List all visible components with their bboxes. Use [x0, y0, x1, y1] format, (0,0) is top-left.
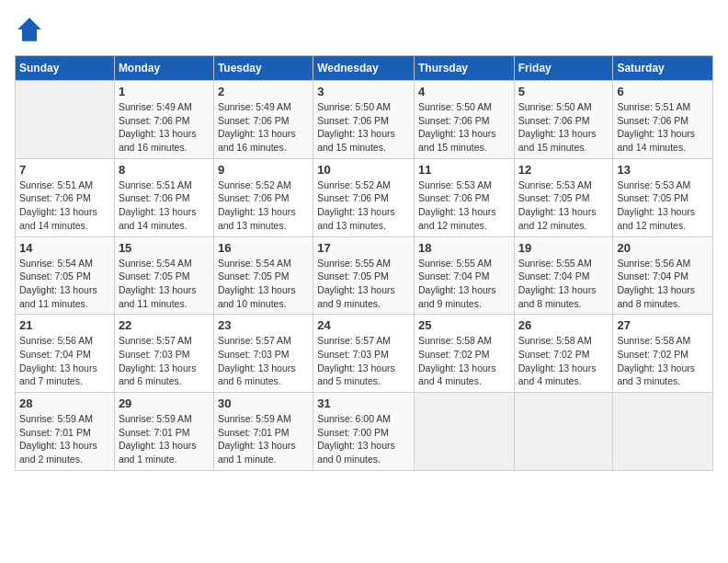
calendar-body: 1Sunrise: 5:49 AMSunset: 7:06 PMDaylight… — [16, 81, 713, 471]
day-number: 23 — [218, 318, 309, 332]
day-number: 15 — [119, 241, 210, 255]
day-number: 19 — [518, 241, 609, 255]
cell-info: Sunrise: 5:50 AMSunset: 7:06 PMDaylight:… — [317, 100, 410, 155]
cell-info: Sunrise: 6:00 AMSunset: 7:00 PMDaylight:… — [317, 412, 410, 466]
calendar-cell: 6Sunrise: 5:51 AMSunset: 7:06 PMDaylight… — [613, 81, 713, 159]
calendar-cell: 15Sunrise: 5:54 AMSunset: 7:05 PMDayligh… — [114, 236, 213, 315]
day-number: 21 — [19, 318, 110, 332]
cell-info: Sunrise: 5:51 AMSunset: 7:06 PMDaylight:… — [119, 178, 210, 233]
calendar-cell: 21Sunrise: 5:56 AMSunset: 7:04 PMDayligh… — [16, 315, 115, 393]
calendar-table: SundayMondayTuesdayWednesdayThursdayFrid… — [15, 55, 713, 471]
cell-info: Sunrise: 5:53 AMSunset: 7:05 PMDaylight:… — [518, 178, 609, 233]
day-number: 12 — [518, 163, 609, 177]
day-number: 29 — [119, 396, 210, 410]
column-header-thursday: Thursday — [414, 56, 514, 81]
calendar-cell: 26Sunrise: 5:58 AMSunset: 7:02 PMDayligh… — [514, 315, 613, 393]
calendar-header: SundayMondayTuesdayWednesdayThursdayFrid… — [16, 56, 713, 81]
day-number: 27 — [617, 318, 709, 332]
cell-info: Sunrise: 5:56 AMSunset: 7:04 PMDaylight:… — [617, 257, 709, 311]
calendar-cell: 9Sunrise: 5:52 AMSunset: 7:06 PMDaylight… — [213, 158, 313, 236]
week-row: 1Sunrise: 5:49 AMSunset: 7:06 PMDaylight… — [16, 81, 713, 159]
column-header-wednesday: Wednesday — [313, 56, 415, 81]
calendar-cell: 10Sunrise: 5:52 AMSunset: 7:06 PMDayligh… — [313, 158, 415, 236]
day-number: 30 — [218, 396, 309, 410]
cell-info: Sunrise: 5:52 AMSunset: 7:06 PMDaylight:… — [317, 178, 410, 233]
calendar-cell: 4Sunrise: 5:50 AMSunset: 7:06 PMDaylight… — [414, 81, 514, 159]
calendar-cell: 24Sunrise: 5:57 AMSunset: 7:03 PMDayligh… — [313, 315, 415, 393]
week-row: 21Sunrise: 5:56 AMSunset: 7:04 PMDayligh… — [16, 315, 713, 393]
logo-icon — [15, 15, 44, 44]
calendar-cell: 14Sunrise: 5:54 AMSunset: 7:05 PMDayligh… — [16, 236, 115, 315]
day-number: 28 — [19, 396, 110, 410]
cell-info: Sunrise: 5:59 AMSunset: 7:01 PMDaylight:… — [119, 412, 210, 466]
calendar-cell: 16Sunrise: 5:54 AMSunset: 7:05 PMDayligh… — [213, 236, 313, 315]
day-number: 14 — [19, 241, 110, 255]
cell-info: Sunrise: 5:58 AMSunset: 7:02 PMDaylight:… — [418, 334, 510, 388]
cell-info: Sunrise: 5:50 AMSunset: 7:06 PMDaylight:… — [518, 100, 609, 155]
day-number: 7 — [19, 163, 110, 177]
calendar-cell: 20Sunrise: 5:56 AMSunset: 7:04 PMDayligh… — [613, 236, 713, 315]
day-number: 17 — [317, 241, 410, 255]
day-number: 13 — [617, 163, 709, 177]
calendar-cell: 1Sunrise: 5:49 AMSunset: 7:06 PMDaylight… — [114, 81, 213, 159]
cell-info: Sunrise: 5:51 AMSunset: 7:06 PMDaylight:… — [617, 100, 709, 155]
calendar-cell: 5Sunrise: 5:50 AMSunset: 7:06 PMDaylight… — [514, 81, 613, 159]
cell-info: Sunrise: 5:54 AMSunset: 7:05 PMDaylight:… — [218, 257, 309, 311]
cell-info: Sunrise: 5:52 AMSunset: 7:06 PMDaylight:… — [218, 178, 309, 233]
day-number: 22 — [119, 318, 210, 332]
cell-info: Sunrise: 5:49 AMSunset: 7:06 PMDaylight:… — [218, 100, 309, 155]
calendar-cell — [514, 393, 613, 471]
week-row: 14Sunrise: 5:54 AMSunset: 7:05 PMDayligh… — [16, 236, 713, 315]
week-row: 28Sunrise: 5:59 AMSunset: 7:01 PMDayligh… — [16, 393, 713, 471]
day-number: 31 — [317, 396, 410, 410]
calendar-cell: 30Sunrise: 5:59 AMSunset: 7:01 PMDayligh… — [213, 393, 313, 471]
day-number: 8 — [119, 163, 210, 177]
cell-info: Sunrise: 5:56 AMSunset: 7:04 PMDaylight:… — [19, 334, 110, 388]
calendar-cell: 19Sunrise: 5:55 AMSunset: 7:04 PMDayligh… — [514, 236, 613, 315]
calendar-cell: 17Sunrise: 5:55 AMSunset: 7:05 PMDayligh… — [313, 236, 415, 315]
cell-info: Sunrise: 5:58 AMSunset: 7:02 PMDaylight:… — [617, 334, 709, 388]
day-number: 20 — [617, 241, 709, 255]
calendar-cell: 12Sunrise: 5:53 AMSunset: 7:05 PMDayligh… — [514, 158, 613, 236]
day-number: 16 — [218, 241, 309, 255]
calendar-cell: 29Sunrise: 5:59 AMSunset: 7:01 PMDayligh… — [114, 393, 213, 471]
calendar-cell: 22Sunrise: 5:57 AMSunset: 7:03 PMDayligh… — [114, 315, 213, 393]
calendar-cell: 8Sunrise: 5:51 AMSunset: 7:06 PMDaylight… — [114, 158, 213, 236]
day-number: 4 — [418, 85, 510, 98]
cell-info: Sunrise: 5:55 AMSunset: 7:04 PMDaylight:… — [518, 257, 609, 311]
week-row: 7Sunrise: 5:51 AMSunset: 7:06 PMDaylight… — [16, 158, 713, 236]
calendar-cell: 3Sunrise: 5:50 AMSunset: 7:06 PMDaylight… — [313, 81, 415, 159]
day-number: 2 — [218, 85, 309, 98]
calendar-cell: 23Sunrise: 5:57 AMSunset: 7:03 PMDayligh… — [213, 315, 313, 393]
day-number: 3 — [317, 85, 410, 98]
column-header-sunday: Sunday — [16, 56, 115, 81]
cell-info: Sunrise: 5:57 AMSunset: 7:03 PMDaylight:… — [218, 334, 309, 388]
calendar-cell: 25Sunrise: 5:58 AMSunset: 7:02 PMDayligh… — [414, 315, 514, 393]
day-number: 5 — [518, 85, 609, 98]
cell-info: Sunrise: 5:49 AMSunset: 7:06 PMDaylight:… — [119, 100, 210, 155]
calendar-cell: 28Sunrise: 5:59 AMSunset: 7:01 PMDayligh… — [16, 393, 115, 471]
day-number: 26 — [518, 318, 609, 332]
svg-marker-0 — [17, 17, 41, 41]
day-number: 10 — [317, 163, 410, 177]
cell-info: Sunrise: 5:50 AMSunset: 7:06 PMDaylight:… — [418, 100, 510, 155]
day-number: 1 — [119, 85, 210, 98]
day-number: 18 — [418, 241, 510, 255]
calendar-cell: 13Sunrise: 5:53 AMSunset: 7:05 PMDayligh… — [613, 158, 713, 236]
column-header-friday: Friday — [514, 56, 613, 81]
cell-info: Sunrise: 5:58 AMSunset: 7:02 PMDaylight:… — [518, 334, 609, 388]
cell-info: Sunrise: 5:59 AMSunset: 7:01 PMDaylight:… — [19, 412, 110, 466]
day-number: 6 — [617, 85, 709, 98]
day-number: 25 — [418, 318, 510, 332]
cell-info: Sunrise: 5:53 AMSunset: 7:05 PMDaylight:… — [617, 178, 709, 233]
page-header — [15, 15, 713, 44]
day-number: 9 — [218, 163, 309, 177]
calendar-cell — [613, 393, 713, 471]
calendar-cell: 18Sunrise: 5:55 AMSunset: 7:04 PMDayligh… — [414, 236, 514, 315]
cell-info: Sunrise: 5:53 AMSunset: 7:06 PMDaylight:… — [418, 178, 510, 233]
calendar-cell: 2Sunrise: 5:49 AMSunset: 7:06 PMDaylight… — [213, 81, 313, 159]
calendar-cell — [16, 81, 115, 159]
column-header-saturday: Saturday — [613, 56, 713, 81]
calendar-cell: 11Sunrise: 5:53 AMSunset: 7:06 PMDayligh… — [414, 158, 514, 236]
day-number: 11 — [418, 163, 510, 177]
